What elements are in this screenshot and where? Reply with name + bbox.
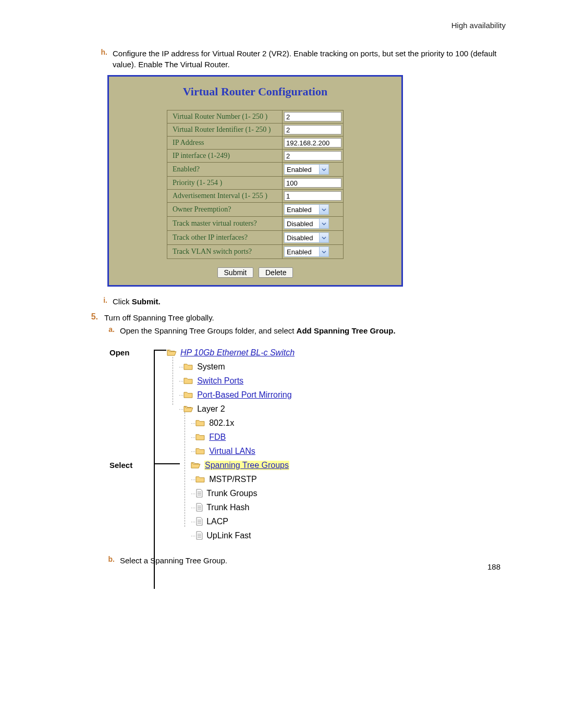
tree-leader-select: Select — [109, 461, 136, 470]
step-i-pre: Click — [113, 297, 132, 306]
step-i: i. Click Submit. — [97, 296, 506, 307]
config-row-value-cell: Enabled — [283, 203, 344, 217]
step-5-marker: 5. — [73, 312, 98, 322]
config-select-value: Disabled — [285, 220, 319, 228]
tree-item: ···Switch Ports — [109, 374, 360, 388]
document-icon — [195, 531, 203, 540]
config-row-value-cell: Disabled — [283, 217, 344, 231]
tree-item-label: Trunk Hash — [206, 503, 249, 512]
tree-guide: ··· — [191, 519, 195, 525]
config-select[interactable]: Enabled — [284, 204, 329, 215]
config-row-label: Track other IP interfaces? — [167, 231, 283, 245]
tree-guide: ··· — [191, 476, 195, 483]
step-5-text: Turn off Spanning Tree globally. — [104, 312, 506, 323]
tree-guide: ··· — [191, 504, 195, 511]
config-select-value: Disabled — [285, 234, 319, 242]
config-row-value-cell — [283, 177, 344, 190]
chevron-down-icon — [319, 219, 328, 228]
tree-leader-open: Open — [109, 348, 136, 357]
config-text-input[interactable] — [284, 191, 341, 201]
chevron-down-icon — [319, 233, 328, 242]
config-select[interactable]: Disabled — [284, 232, 329, 243]
step-b: b. Select a Spanning Tree Group. — [104, 555, 506, 566]
step-h: h. Configure the IP address for Virtual … — [97, 48, 506, 70]
config-row: Virtual Router Number (1- 250 ) — [167, 110, 344, 124]
config-row-label: Virtual Router Number (1- 250 ) — [167, 110, 283, 124]
tree-item-label: LACP — [206, 517, 228, 526]
folder-icon — [183, 363, 193, 371]
config-row: Advertisement Interval (1- 255 ) — [167, 190, 344, 203]
folder-open-icon — [183, 405, 193, 413]
tree-guide: ··· — [191, 533, 195, 539]
config-select[interactable]: Enabled — [284, 164, 329, 175]
tree-guide: ··· — [191, 490, 195, 497]
step-a-bold: Add Spanning Tree Group. — [297, 326, 396, 335]
config-text-input[interactable] — [284, 112, 341, 121]
page-number: 188 — [487, 562, 500, 571]
config-row: IP Address — [167, 137, 344, 150]
step-a-pre: Open the Spanning Tree Groups folder, an… — [120, 326, 297, 335]
tree-item-label[interactable]: Virtual LANs — [209, 447, 255, 456]
config-row: Track other IP interfaces?Disabled — [167, 231, 344, 245]
config-row-value-cell — [283, 137, 344, 150]
step-b-text: Select a Spanning Tree Group. — [120, 555, 506, 566]
submit-button[interactable]: Submit — [217, 267, 254, 278]
page-header-right: High availability — [57, 21, 506, 30]
tree-guide: ··· — [179, 378, 183, 384]
config-row: Owner Preemption?Enabled — [167, 203, 344, 217]
tree-guide: ··· — [179, 392, 183, 398]
tree-item-label[interactable]: FDB — [209, 433, 226, 442]
folder-open-icon — [191, 461, 201, 469]
document-icon — [195, 517, 203, 526]
config-row-label: Priority (1- 254 ) — [167, 177, 283, 190]
tree-item: ···802.1x — [109, 416, 360, 430]
config-text-input[interactable] — [284, 178, 341, 188]
config-row: Priority (1- 254 ) — [167, 177, 344, 190]
config-row-label: Virtual Router Identifier (1- 250 ) — [167, 124, 283, 137]
tree-item: ···System — [109, 360, 360, 374]
tree-item-label[interactable]: Switch Ports — [197, 376, 243, 386]
step-b-marker: b. — [104, 555, 115, 563]
config-row-label: Owner Preemption? — [167, 203, 283, 217]
config-text-input[interactable] — [284, 151, 341, 161]
config-select-value: Enabled — [285, 166, 319, 174]
step-i-bold: Submit. — [132, 297, 161, 306]
tree-guide: ··· — [191, 420, 195, 426]
config-row-value-cell — [283, 190, 344, 203]
tree-guide: ··· — [191, 448, 195, 454]
document-icon — [195, 503, 203, 512]
nav-tree-screenshot: OpenHP 10Gb Ethernet BL-c Switch···Syste… — [109, 342, 360, 546]
tree-item-label: 802.1x — [209, 418, 234, 428]
config-select-value: Enabled — [285, 248, 319, 256]
tree-item-label[interactable]: HP 10Gb Ethernet BL-c Switch — [180, 348, 295, 357]
delete-button[interactable]: Delete — [259, 267, 293, 278]
config-row-value-cell — [283, 124, 344, 137]
config-row: Virtual Router Identifier (1- 250 ) — [167, 124, 344, 137]
tree-item: ···Port-Based Port Mirroring — [109, 388, 360, 402]
step-a: a. Open the Spanning Tree Groups folder,… — [104, 325, 506, 336]
tree-item-label: System — [197, 362, 225, 372]
tree-item: ···Virtual LANs — [109, 444, 360, 458]
folder-icon — [195, 447, 205, 455]
config-row-label: IP Address — [167, 137, 283, 150]
folder-icon — [195, 433, 205, 441]
tree-item-label[interactable]: Port-Based Port Mirroring — [197, 390, 291, 400]
config-select[interactable]: Disabled — [284, 218, 329, 229]
config-text-input[interactable] — [284, 138, 341, 147]
config-row-label: Advertisement Interval (1- 255 ) — [167, 190, 283, 203]
config-row: IP interface (1-249) — [167, 150, 344, 163]
folder-open-icon — [167, 349, 177, 356]
tree-item-label[interactable]: Spanning Tree Groups — [204, 461, 289, 470]
tree-item: ···Trunk Groups — [109, 486, 360, 500]
tree-item: OpenHP 10Gb Ethernet BL-c Switch — [109, 346, 360, 360]
tree-item-label: Layer 2 — [197, 404, 225, 414]
tree-item: ···Layer 2 — [109, 402, 360, 416]
tree-item-label: Trunk Groups — [206, 489, 257, 498]
config-row-label: Track master virtual routers? — [167, 217, 283, 231]
config-table: Virtual Router Number (1- 250 )Virtual R… — [167, 110, 344, 259]
config-row: Track master virtual routers?Disabled — [167, 217, 344, 231]
config-select[interactable]: Enabled — [284, 246, 329, 257]
config-row-label: IP interface (1-249) — [167, 150, 283, 163]
config-text-input[interactable] — [284, 125, 341, 134]
folder-icon — [183, 391, 193, 399]
